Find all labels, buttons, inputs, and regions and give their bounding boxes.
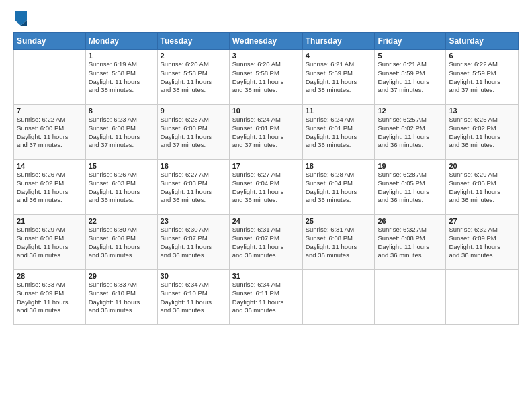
day-number: 11 xyxy=(306,107,372,115)
col-header-sunday: Sunday xyxy=(14,33,86,50)
day-number: 13 xyxy=(449,107,515,115)
day-cell: 10Sunrise: 6:24 AMSunset: 6:01 PMDayligh… xyxy=(229,105,302,160)
col-header-tuesday: Tuesday xyxy=(157,33,229,50)
day-info: Sunrise: 6:29 AMSunset: 6:06 PMDaylight:… xyxy=(17,226,83,260)
day-info: Sunrise: 6:20 AMSunset: 5:58 PMDaylight:… xyxy=(161,60,226,95)
day-number: 4 xyxy=(306,52,372,60)
day-info: Sunrise: 6:29 AMSunset: 6:05 PMDaylight:… xyxy=(449,171,515,205)
day-number: 6 xyxy=(449,52,515,60)
week-row-5: 28Sunrise: 6:33 AMSunset: 6:09 PMDayligh… xyxy=(14,270,519,325)
day-info: Sunrise: 6:26 AMSunset: 6:03 PMDaylight:… xyxy=(89,171,154,205)
day-info: Sunrise: 6:30 AMSunset: 6:06 PMDaylight:… xyxy=(89,226,154,260)
day-cell: 8Sunrise: 6:23 AMSunset: 6:00 PMDaylight… xyxy=(85,105,157,160)
day-number: 22 xyxy=(89,217,154,225)
day-number: 28 xyxy=(17,272,83,280)
week-row-3: 14Sunrise: 6:26 AMSunset: 6:02 PMDayligh… xyxy=(14,160,519,215)
day-info: Sunrise: 6:28 AMSunset: 6:05 PMDaylight:… xyxy=(378,171,443,205)
day-number: 3 xyxy=(232,52,300,60)
col-header-monday: Monday xyxy=(85,33,157,50)
day-info: Sunrise: 6:34 AMSunset: 6:11 PMDaylight:… xyxy=(232,281,300,315)
day-number: 10 xyxy=(232,107,300,115)
day-info: Sunrise: 6:27 AMSunset: 6:03 PMDaylight:… xyxy=(161,171,226,205)
day-number: 30 xyxy=(161,272,226,280)
day-number: 2 xyxy=(161,52,226,60)
day-info: Sunrise: 6:23 AMSunset: 6:00 PMDaylight:… xyxy=(89,116,154,150)
day-cell xyxy=(375,270,446,325)
day-cell: 22Sunrise: 6:30 AMSunset: 6:06 PMDayligh… xyxy=(85,215,157,270)
day-number: 21 xyxy=(17,217,83,225)
day-info: Sunrise: 6:32 AMSunset: 6:08 PMDaylight:… xyxy=(378,226,443,260)
day-number: 25 xyxy=(306,217,372,225)
week-row-1: 1Sunrise: 6:19 AMSunset: 5:58 PMDaylight… xyxy=(14,50,519,105)
day-cell: 12Sunrise: 6:25 AMSunset: 6:02 PMDayligh… xyxy=(375,105,446,160)
day-cell: 14Sunrise: 6:26 AMSunset: 6:02 PMDayligh… xyxy=(14,160,86,215)
day-cell: 30Sunrise: 6:34 AMSunset: 6:10 PMDayligh… xyxy=(157,270,229,325)
day-info: Sunrise: 6:23 AMSunset: 6:00 PMDaylight:… xyxy=(161,116,226,150)
day-cell: 6Sunrise: 6:22 AMSunset: 5:59 PMDaylight… xyxy=(446,50,519,105)
day-cell xyxy=(446,270,519,325)
day-cell: 20Sunrise: 6:29 AMSunset: 6:05 PMDayligh… xyxy=(446,160,519,215)
day-number: 20 xyxy=(449,162,515,170)
col-header-thursday: Thursday xyxy=(302,33,375,50)
day-info: Sunrise: 6:31 AMSunset: 6:08 PMDaylight:… xyxy=(306,226,372,260)
day-number: 29 xyxy=(89,272,154,280)
day-cell: 31Sunrise: 6:34 AMSunset: 6:11 PMDayligh… xyxy=(229,270,302,325)
day-info: Sunrise: 6:26 AMSunset: 6:02 PMDaylight:… xyxy=(17,171,83,205)
day-info: Sunrise: 6:34 AMSunset: 6:10 PMDaylight:… xyxy=(161,281,226,315)
day-number: 17 xyxy=(232,162,300,170)
day-info: Sunrise: 6:31 AMSunset: 6:07 PMDaylight:… xyxy=(232,226,300,260)
page: SundayMondayTuesdayWednesdayThursdayFrid… xyxy=(0,0,532,411)
day-info: Sunrise: 6:24 AMSunset: 6:01 PMDaylight:… xyxy=(306,116,372,150)
day-info: Sunrise: 6:33 AMSunset: 6:10 PMDaylight:… xyxy=(89,281,154,315)
col-header-friday: Friday xyxy=(375,33,446,50)
col-header-wednesday: Wednesday xyxy=(229,33,302,50)
day-info: Sunrise: 6:32 AMSunset: 6:09 PMDaylight:… xyxy=(449,226,515,260)
day-info: Sunrise: 6:20 AMSunset: 5:58 PMDaylight:… xyxy=(232,60,300,95)
day-cell: 13Sunrise: 6:25 AMSunset: 6:02 PMDayligh… xyxy=(446,105,519,160)
day-cell: 9Sunrise: 6:23 AMSunset: 6:00 PMDaylight… xyxy=(157,105,229,160)
logo xyxy=(13,11,27,26)
day-number: 23 xyxy=(161,217,226,225)
day-info: Sunrise: 6:21 AMSunset: 5:59 PMDaylight:… xyxy=(306,60,372,95)
day-info: Sunrise: 6:22 AMSunset: 6:00 PMDaylight:… xyxy=(17,116,83,150)
day-cell: 27Sunrise: 6:32 AMSunset: 6:09 PMDayligh… xyxy=(446,215,519,270)
day-cell: 19Sunrise: 6:28 AMSunset: 6:05 PMDayligh… xyxy=(375,160,446,215)
day-number: 31 xyxy=(232,272,300,280)
day-cell xyxy=(14,50,86,105)
day-cell xyxy=(302,270,375,325)
day-cell: 2Sunrise: 6:20 AMSunset: 5:58 PMDaylight… xyxy=(157,50,229,105)
day-cell: 5Sunrise: 6:21 AMSunset: 5:59 PMDaylight… xyxy=(375,50,446,105)
day-info: Sunrise: 6:19 AMSunset: 5:58 PMDaylight:… xyxy=(89,60,154,95)
day-cell: 17Sunrise: 6:27 AMSunset: 6:04 PMDayligh… xyxy=(229,160,302,215)
day-cell: 24Sunrise: 6:31 AMSunset: 6:07 PMDayligh… xyxy=(229,215,302,270)
day-info: Sunrise: 6:25 AMSunset: 6:02 PMDaylight:… xyxy=(449,116,515,150)
day-info: Sunrise: 6:25 AMSunset: 6:02 PMDaylight:… xyxy=(378,116,443,150)
header xyxy=(13,11,519,26)
day-number: 12 xyxy=(378,107,443,115)
day-number: 26 xyxy=(378,217,443,225)
day-number: 7 xyxy=(17,107,83,115)
logo-icon xyxy=(15,11,27,26)
day-info: Sunrise: 6:28 AMSunset: 6:04 PMDaylight:… xyxy=(306,171,372,205)
day-cell: 28Sunrise: 6:33 AMSunset: 6:09 PMDayligh… xyxy=(14,270,86,325)
week-row-2: 7Sunrise: 6:22 AMSunset: 6:00 PMDaylight… xyxy=(14,105,519,160)
day-cell: 4Sunrise: 6:21 AMSunset: 5:59 PMDaylight… xyxy=(302,50,375,105)
day-number: 24 xyxy=(232,217,300,225)
day-number: 27 xyxy=(449,217,515,225)
day-info: Sunrise: 6:27 AMSunset: 6:04 PMDaylight:… xyxy=(232,171,300,205)
day-info: Sunrise: 6:30 AMSunset: 6:07 PMDaylight:… xyxy=(161,226,226,260)
calendar: SundayMondayTuesdayWednesdayThursdayFrid… xyxy=(13,32,519,325)
day-cell: 29Sunrise: 6:33 AMSunset: 6:10 PMDayligh… xyxy=(85,270,157,325)
day-number: 18 xyxy=(306,162,372,170)
day-cell: 18Sunrise: 6:28 AMSunset: 6:04 PMDayligh… xyxy=(302,160,375,215)
header-row: SundayMondayTuesdayWednesdayThursdayFrid… xyxy=(14,33,519,50)
day-cell: 23Sunrise: 6:30 AMSunset: 6:07 PMDayligh… xyxy=(157,215,229,270)
day-info: Sunrise: 6:21 AMSunset: 5:59 PMDaylight:… xyxy=(378,60,443,95)
week-row-4: 21Sunrise: 6:29 AMSunset: 6:06 PMDayligh… xyxy=(14,215,519,270)
day-number: 15 xyxy=(89,162,154,170)
day-number: 8 xyxy=(89,107,154,115)
day-cell: 15Sunrise: 6:26 AMSunset: 6:03 PMDayligh… xyxy=(85,160,157,215)
day-cell: 26Sunrise: 6:32 AMSunset: 6:08 PMDayligh… xyxy=(375,215,446,270)
day-number: 19 xyxy=(378,162,443,170)
day-cell: 25Sunrise: 6:31 AMSunset: 6:08 PMDayligh… xyxy=(302,215,375,270)
